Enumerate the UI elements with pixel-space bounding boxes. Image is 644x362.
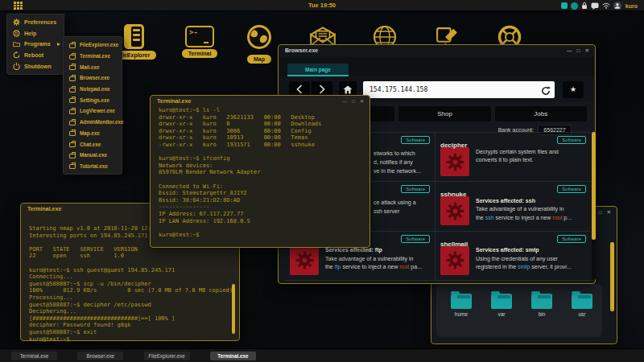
star-icon: ★: [570, 85, 576, 93]
clock: Tue 19:50: [0, 2, 644, 9]
site-tab[interactable]: Jobs: [495, 106, 587, 121]
software-item-decipher[interactable]: decipherSoftwareDecrypts certain system …: [436, 133, 591, 182]
submenu-item[interactable]: Terminal.exe: [64, 51, 122, 62]
app-briefcase-icon: [69, 65, 76, 70]
maximize-button[interactable]: □: [577, 47, 580, 54]
reboot-icon: [13, 51, 20, 59]
submenu-item[interactable]: AdminMonitor.exe: [64, 117, 122, 128]
app-briefcase-icon: [69, 164, 76, 169]
software-item-shellmail[interactable]: shellmailSoftwareServices affected: smtp…: [436, 232, 591, 281]
software-item-sshnuke[interactable]: sshnukeSoftwareServices affected: sshTak…: [436, 182, 591, 231]
software-badge: Software: [401, 235, 430, 243]
fileexplorer-scrollbar[interactable]: [610, 242, 614, 311]
taskbar: Terminal.exeBrowser.exeFileExplorer.exeT…: [0, 348, 644, 362]
submenu-item[interactable]: Tutorial.exe: [64, 161, 122, 172]
page-tab[interactable]: Main page: [287, 64, 349, 76]
window-title: Terminal.exe: [27, 206, 61, 212]
lock-icon[interactable]: [581, 2, 588, 10]
lifebuoy-icon: [13, 30, 20, 37]
app-gear-icon: [290, 246, 319, 275]
software-title: decipher: [440, 142, 467, 149]
folder-label: usr: [578, 311, 585, 317]
taskbar-item[interactable]: Terminal.exe: [11, 352, 57, 360]
folder-label: bin: [539, 311, 546, 317]
username[interactable]: kuro: [625, 3, 638, 9]
minimize-button[interactable]: —: [342, 98, 347, 105]
topbar: Tue 19:50 kuro: [0, 0, 644, 11]
globe-map-icon: [246, 24, 272, 53]
submenu-item[interactable]: Notepad.exe: [64, 84, 122, 95]
folder-item[interactable]: bin: [530, 291, 554, 317]
submenu-item[interactable]: Settings.exe: [64, 94, 122, 105]
submenu-item[interactable]: FileExplorer.exe: [64, 39, 122, 51]
maximize-button[interactable]: □: [599, 209, 602, 216]
minimize-button[interactable]: —: [567, 47, 572, 54]
software-badge: Software: [557, 185, 586, 193]
desktop-icon-terminal[interactable]: >- Terminal: [171, 26, 228, 58]
menu-item-preferences[interactable]: Preferences: [7, 17, 64, 28]
avatar[interactable]: [613, 2, 621, 10]
software-title: sshnuke: [440, 191, 466, 198]
submenu-item[interactable]: Manual.exe: [64, 150, 122, 161]
folder-item[interactable]: var: [489, 291, 514, 317]
address-bar: [363, 81, 555, 98]
close-button[interactable]: ✕: [607, 209, 611, 216]
chevron-left-icon: [296, 84, 303, 94]
submenu-item[interactable]: LogViewer.exe: [64, 105, 122, 117]
wifi-icon[interactable]: [602, 2, 610, 9]
taskbar-item[interactable]: FileExplorer.exe: [144, 352, 190, 360]
gear-icon: [13, 19, 20, 26]
fileexplorer-icon: [124, 24, 144, 49]
maximize-button[interactable]: □: [352, 98, 355, 105]
software-description: Services affected: smtpUsing the credent…: [476, 246, 572, 275]
terminal-output[interactable]: kuro@test:~$ ls -l drwxr-xr-x kuro 23621…: [159, 107, 321, 238]
taskbar-item[interactable]: Terminal.exe: [210, 352, 256, 360]
window-title: Terminal.exe: [157, 98, 191, 104]
refresh-icon[interactable]: [541, 84, 551, 99]
site-tab[interactable]: Shop: [398, 106, 490, 121]
app-briefcase-icon: [69, 109, 76, 114]
folder-icon: [531, 294, 552, 309]
keyword-ssh: ssh: [485, 215, 494, 220]
chat-icon[interactable]: [591, 2, 599, 10]
desktop: FileExplorer >- Terminal Map — □ ✕ home: [0, 0, 644, 362]
menu-item-help[interactable]: Help: [7, 28, 64, 39]
menu-item-programs[interactable]: Programs: [7, 39, 64, 50]
menu-item-shutdown[interactable]: Shutdown: [7, 60, 64, 72]
software-description-fragment: etworks to whichd, notifies if anyve in …: [374, 149, 421, 175]
status-square-icon[interactable]: [561, 2, 568, 9]
chevron-right-icon: [319, 84, 325, 94]
desktop-icon-label: Map: [247, 55, 271, 64]
close-button[interactable]: ✕: [585, 47, 589, 54]
menu-item-reboot[interactable]: Reboot: [7, 50, 64, 61]
folder-item[interactable]: usr: [570, 291, 594, 317]
app-briefcase-icon: [69, 55, 76, 60]
folder-icon: [13, 41, 20, 47]
submenu-item[interactable]: Mail.exe: [64, 61, 122, 72]
close-button[interactable]: ✕: [360, 98, 364, 105]
software-badge: Software: [557, 136, 586, 144]
taskbar-item[interactable]: Browser.exe: [77, 352, 123, 360]
app-briefcase-icon: [69, 121, 76, 125]
bookmark-button[interactable]: ★: [563, 81, 584, 98]
desktop-icon-label: Terminal: [182, 49, 218, 58]
folder-icon: [491, 294, 512, 309]
software-description: Decrypts certain system files andconvert…: [476, 147, 559, 176]
submenu-item[interactable]: Map.exe: [64, 128, 122, 139]
submenu-item[interactable]: Chat.exe: [64, 138, 122, 150]
terminal-scrollbar[interactable]: [232, 284, 235, 334]
status-circle-icon[interactable]: [571, 2, 578, 10]
folder-item[interactable]: home: [449, 291, 473, 317]
browser-scrollbar-thumb[interactable]: [592, 132, 596, 240]
submenu-item[interactable]: Browser.exe: [64, 72, 122, 84]
address-input[interactable]: [363, 81, 555, 98]
terminal-window-main[interactable]: Terminal.exe — □ ✕ kuro@test:~$ ls -l dr…: [150, 95, 370, 248]
software-badge: Software: [557, 235, 586, 243]
window-controls: — □ ✕: [567, 47, 589, 54]
folder-icon: [572, 294, 592, 309]
browser-scrollbar[interactable]: [592, 132, 596, 280]
submenu-arrow-icon: [57, 43, 60, 46]
folder-label: home: [455, 311, 468, 317]
app-briefcase-icon: [69, 76, 76, 81]
folder-label: var: [497, 311, 505, 317]
